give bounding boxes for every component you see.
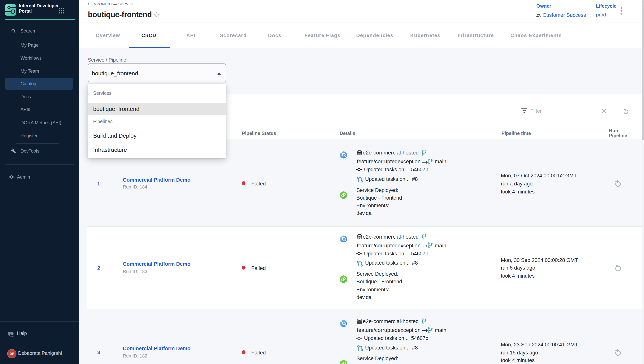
svg-text:?: ? — [10, 332, 12, 335]
